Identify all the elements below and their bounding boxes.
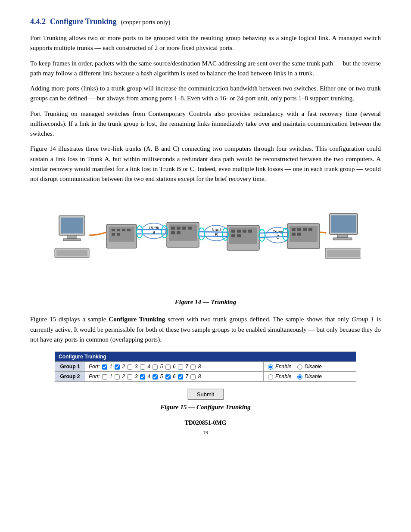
section-heading: 4.4.2 Configure Trunking (copper ports o… <box>30 17 381 26</box>
group2-enable-label: Enable <box>275 373 291 380</box>
configure-trunking-section: Configure Trunking Group 1 Port: 1 2 3 4… <box>30 352 381 382</box>
group1-port7-checkbox[interactable] <box>178 364 183 370</box>
svg-rect-44 <box>308 228 312 231</box>
group2-enable-radio[interactable] <box>268 374 273 380</box>
group2-radio-cell: Enable Disable <box>263 372 356 382</box>
paragraph-2: To keep frames in order, packets with th… <box>30 59 381 79</box>
group2-ports-cell: Port: 1 2 3 4 5 6 7 8 <box>85 372 264 382</box>
svg-rect-42 <box>297 228 301 231</box>
svg-rect-32 <box>243 230 246 233</box>
figure14-container: Trunk A Trunk B Tr <box>30 194 381 295</box>
svg-rect-24 <box>177 231 181 234</box>
paragraph-5: Figure 14 illustrates three two-link tru… <box>30 144 381 184</box>
paragraph-3: Adding more ports (links) to a trunk gro… <box>30 84 381 104</box>
svg-rect-2 <box>68 235 76 239</box>
group1-port2-label: 2 <box>122 364 125 370</box>
svg-line-57 <box>199 232 228 232</box>
group2-port6-checkbox[interactable] <box>165 374 171 380</box>
group2-port6-label: 6 <box>173 373 176 380</box>
svg-rect-20 <box>177 227 181 230</box>
group2-port4-checkbox[interactable] <box>140 374 145 380</box>
table-row-group1: Group 1 Port: 1 2 3 4 5 6 7 8 Enable Dis… <box>55 362 356 372</box>
group2-port3-label: 3 <box>135 373 138 380</box>
group1-ports-cell: Port: 1 2 3 4 5 6 7 8 <box>85 362 264 372</box>
paragraph-1: Port Trunking allows two or more ports t… <box>30 33 381 53</box>
group2-disable-label: Disable <box>305 373 322 380</box>
paragraph-4: Port Trunking on managed switches from C… <box>30 109 381 139</box>
group2-port7-checkbox[interactable] <box>178 374 183 380</box>
submit-button[interactable]: Submit <box>187 389 224 400</box>
svg-rect-8 <box>112 229 115 231</box>
svg-rect-21 <box>182 227 186 230</box>
svg-rect-13 <box>117 233 120 236</box>
group2-port8-checkbox[interactable] <box>190 374 196 380</box>
group1-port1-checkbox[interactable] <box>102 364 107 370</box>
group1-port2-checkbox[interactable] <box>115 364 120 370</box>
svg-rect-10 <box>122 229 125 231</box>
section-subtitle: (copper ports only) <box>121 19 171 26</box>
group1-disable-radio[interactable] <box>297 364 302 370</box>
svg-text:A: A <box>152 230 156 235</box>
group1-port8-label: 8 <box>198 364 201 370</box>
svg-rect-1 <box>61 218 83 233</box>
port-label-2: Port: <box>89 373 100 380</box>
group1-label: Group 1 <box>55 362 85 372</box>
figure15-intro-span: Figure 15 displays a sample <box>30 316 109 323</box>
group1-port7-label: 7 <box>185 364 188 370</box>
svg-rect-9 <box>117 229 120 231</box>
group2-port5-label: 5 <box>160 373 163 380</box>
group1-radio-cell: Enable Disable <box>263 362 356 372</box>
svg-rect-19 <box>171 227 175 230</box>
svg-rect-45 <box>292 233 296 236</box>
svg-rect-30 <box>231 230 235 233</box>
svg-rect-48 <box>331 215 356 233</box>
group2-port3-checkbox[interactable] <box>127 374 132 380</box>
svg-rect-11 <box>127 229 131 231</box>
svg-rect-5 <box>56 250 87 256</box>
group1-disable-label: Disable <box>305 364 322 370</box>
group2-disable-radio[interactable] <box>297 374 302 380</box>
group1-port8-checkbox[interactable] <box>190 364 196 370</box>
svg-rect-33 <box>248 230 252 233</box>
page-number: 19 <box>30 429 381 436</box>
group2-label: Group 2 <box>55 372 85 382</box>
svg-rect-43 <box>303 228 307 231</box>
group1-enable-label: Enable <box>275 364 291 370</box>
group1-port3-checkbox[interactable] <box>127 364 132 370</box>
svg-rect-52 <box>327 250 360 257</box>
svg-rect-23 <box>171 231 175 234</box>
figure14-caption: Figure 14 — Trunking <box>30 299 381 306</box>
group2-port8-label: 8 <box>198 373 201 380</box>
group2-port1-checkbox[interactable] <box>102 374 107 380</box>
figure15-italic-span: Group 1 <box>352 316 374 323</box>
doc-id: TD020851-0MG <box>30 420 381 426</box>
group1-port6-checkbox[interactable] <box>165 364 171 370</box>
svg-point-59 <box>199 228 205 240</box>
figure15-intro-text: Figure 15 displays a sample Configure Tr… <box>30 314 381 345</box>
group1-port4-label: 4 <box>147 364 150 370</box>
svg-rect-35 <box>237 234 241 237</box>
section-title: Configure Trunking <box>50 17 117 26</box>
port-label: Port: <box>89 364 100 370</box>
group1-enable-radio[interactable] <box>268 364 273 370</box>
group2-port5-checkbox[interactable] <box>153 374 158 380</box>
group1-port5-label: 5 <box>160 364 163 370</box>
group1-port4-checkbox[interactable] <box>140 364 145 370</box>
table-row-group2: Group 2 Port: 1 2 3 4 5 6 7 8 Enable Dis… <box>55 372 356 382</box>
group2-port7-label: 7 <box>185 373 188 380</box>
submit-container: Submit <box>30 389 381 400</box>
group1-port5-checkbox[interactable] <box>153 364 158 370</box>
svg-rect-22 <box>188 227 192 230</box>
group1-port1-label: 1 <box>109 364 112 370</box>
figure15-bold-span: Configure Trunking <box>109 316 165 323</box>
svg-rect-46 <box>297 233 301 236</box>
group1-port6-label: 6 <box>173 364 176 370</box>
svg-rect-34 <box>231 234 235 237</box>
group2-port2-checkbox[interactable] <box>115 374 120 380</box>
table-header: Configure Trunking <box>55 352 356 362</box>
svg-rect-41 <box>292 228 296 231</box>
group2-port1-label: 1 <box>109 373 112 380</box>
group2-port2-label: 2 <box>122 373 125 380</box>
svg-line-58 <box>199 236 228 236</box>
figure15-text-span: screen with two trunk groups defined. Th… <box>165 316 352 323</box>
